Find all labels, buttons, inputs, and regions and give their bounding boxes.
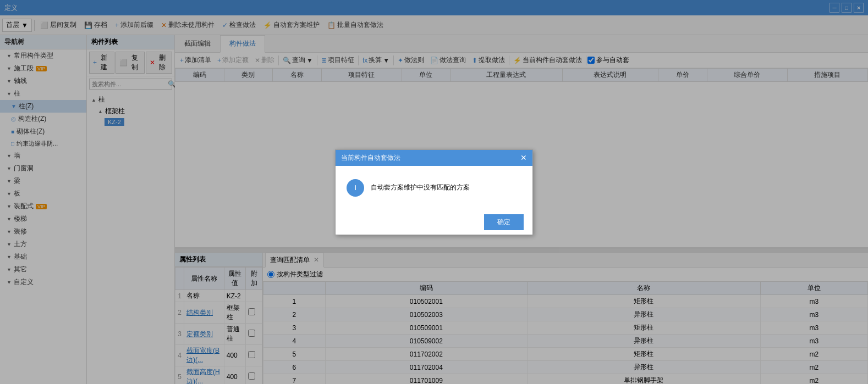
modal-title: 当前构件自动套做法 — [341, 153, 400, 163]
info-icon: i — [347, 179, 364, 197]
modal-close-btn[interactable]: ✕ — [520, 153, 527, 162]
modal-dialog: 当前构件自动套做法 ✕ i 自动套方案维护中没有匹配的方案 确定 — [335, 149, 533, 235]
modal-overlay[interactable]: 当前构件自动套做法 ✕ i 自动套方案维护中没有匹配的方案 确定 — [0, 0, 868, 384]
confirm-btn[interactable]: 确定 — [484, 214, 524, 230]
modal-title-bar: 当前构件自动套做法 ✕ — [336, 150, 532, 166]
modal-footer: 确定 — [336, 210, 532, 235]
modal-message: 自动套方案维护中没有匹配的方案 — [371, 183, 470, 192]
modal-body: i 自动套方案维护中没有匹配的方案 — [336, 166, 532, 210]
